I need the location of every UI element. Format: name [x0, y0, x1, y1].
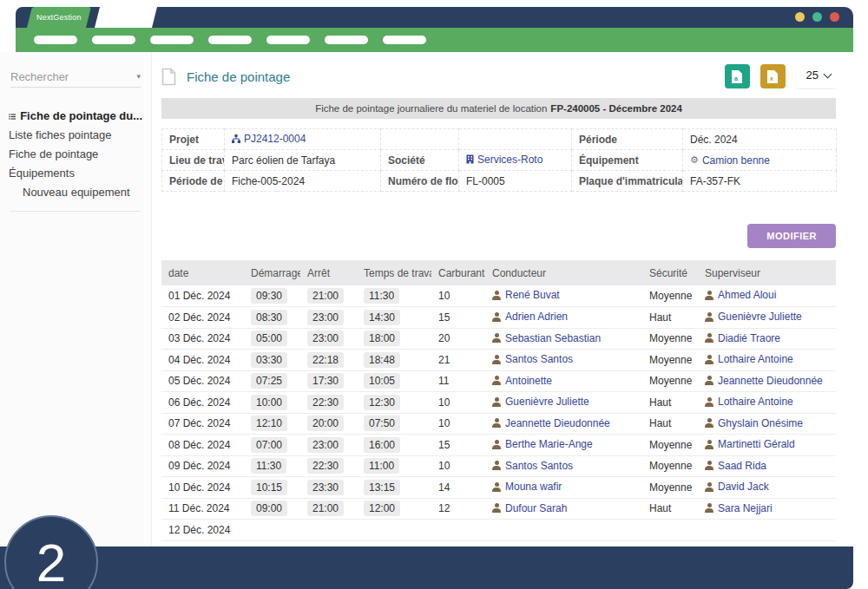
- pdf-file-icon: a: [731, 69, 743, 84]
- search-placeholder: Rechercher: [10, 70, 69, 83]
- person-icon: [705, 333, 713, 343]
- sidebar-divider: [10, 211, 141, 212]
- time-badge: 13:15: [364, 480, 400, 495]
- main-navbar: [16, 28, 853, 52]
- supervisor-link[interactable]: Saad Rida: [705, 460, 766, 472]
- minimize-dot-icon[interactable]: [795, 12, 805, 22]
- nav-pill[interactable]: [92, 36, 135, 44]
- sidebar-item-nouveau-equipement[interactable]: Nouveau equipement: [0, 183, 151, 202]
- person-icon: [705, 376, 713, 385]
- info-label: Période de référence: [162, 171, 225, 192]
- person-icon: [705, 503, 713, 513]
- project-link[interactable]: PJ2412-0004: [232, 133, 306, 145]
- driver-link[interactable]: René Buvat: [492, 289, 560, 301]
- col-header-fuel: Carburant: [431, 260, 485, 285]
- supervisor-link[interactable]: Lothaire Antoine: [705, 353, 793, 365]
- sidebar-item-label: Liste fiches pointage: [9, 128, 112, 141]
- time-badge: 18:48: [364, 352, 400, 368]
- driver-link[interactable]: Mouna wafir: [492, 481, 562, 493]
- info-value: ⚙ Camion benne: [683, 150, 837, 171]
- sidebar: Rechercher ▾ Fiche de pointage du... Lis…: [0, 52, 152, 546]
- supervisor-link[interactable]: David Jack: [705, 481, 769, 493]
- person-icon: [492, 418, 501, 428]
- supervisor-link[interactable]: Diadié Traore: [705, 332, 780, 344]
- person-icon: [492, 291, 501, 300]
- time-badge: 07:50: [364, 416, 400, 431]
- toolbar-right: a x 25: [725, 64, 836, 89]
- person-icon: [492, 355, 501, 364]
- person-icon: [705, 440, 713, 449]
- sidebar-item-fiche-pointage[interactable]: Fiche de pointage: [0, 145, 151, 164]
- driver-link[interactable]: Adrien Adrien: [492, 311, 568, 323]
- time-badge: 05:00: [251, 330, 287, 346]
- info-row: Projet PJ2412-0004: [162, 129, 837, 150]
- maximize-dot-icon[interactable]: [812, 12, 822, 22]
- page-size-select[interactable]: 25: [796, 64, 836, 89]
- time-badge: 22:18: [307, 352, 344, 368]
- table-row: 05 Déc. 2024 07:25 17:30 10:05 11 Antoin…: [161, 370, 836, 392]
- nav-pill[interactable]: [383, 36, 426, 44]
- driver-link[interactable]: Guenièvre Juliette: [492, 396, 589, 408]
- time-badge: 22:30: [307, 458, 344, 474]
- equipment-link[interactable]: ⚙ Camion benne: [690, 154, 770, 167]
- time-badge: 20:00: [307, 416, 344, 431]
- info-row: Lieu de travail Parc éolien de Tarfaya S…: [162, 150, 837, 171]
- modifier-button[interactable]: MODIFIER: [747, 224, 836, 248]
- supervisor-link[interactable]: Lothaire Antoine: [705, 396, 793, 408]
- info-value: Parc éolien de Tarfaya: [225, 150, 381, 171]
- close-dot-icon[interactable]: [830, 12, 839, 22]
- info-value: [459, 129, 572, 150]
- info-label: Société: [381, 150, 459, 171]
- supervisor-link[interactable]: Guenièvre Juliette: [705, 311, 802, 323]
- driver-link[interactable]: Jeannette Dieudonnée: [492, 417, 610, 429]
- person-icon: [492, 440, 501, 449]
- time-badge: 16:00: [364, 437, 400, 453]
- supervisor-link[interactable]: Martinetti Gérald: [705, 438, 795, 450]
- gear-icon: ⚙: [690, 154, 699, 166]
- supervisor-link[interactable]: Ahmed Aloui: [705, 289, 776, 301]
- time-badge: 07:25: [251, 373, 287, 389]
- info-value: FL-0005: [459, 171, 572, 192]
- search-select[interactable]: Rechercher ▾: [10, 66, 141, 88]
- table-row: 10 Déc. 2024 10:15 23:30 13:15 14 Mouna …: [161, 477, 836, 499]
- nav-pill[interactable]: [150, 36, 194, 44]
- footer-bar: [0, 546, 853, 589]
- col-header-supervisor: Superviseur: [698, 260, 836, 285]
- nav-pill[interactable]: [325, 36, 368, 44]
- brand-label: NextGestion: [36, 13, 82, 22]
- export-excel-button[interactable]: x: [760, 64, 786, 88]
- driver-link[interactable]: Berthe Marie-Ange: [492, 438, 593, 450]
- driver-link[interactable]: Dufour Sarah: [492, 502, 567, 514]
- driver-link[interactable]: Antoinette: [492, 375, 552, 387]
- export-pdf-button[interactable]: a: [725, 64, 750, 88]
- driver-link[interactable]: Santos Santos: [492, 460, 573, 472]
- nav-pill[interactable]: [34, 36, 77, 44]
- sidebar-item-liste-fiches[interactable]: Liste fiches pointage: [0, 126, 151, 145]
- sidebar-item-label: Nouveau equipement: [23, 186, 130, 199]
- sidebar-item-fiche-du-jour[interactable]: Fiche de pointage du...: [0, 107, 151, 126]
- nav-pill[interactable]: [266, 36, 310, 44]
- table-row: 03 Déc. 2024 05:00 23:00 18:00 20 Sebast…: [161, 328, 836, 350]
- info-label: Projet: [162, 129, 225, 150]
- info-table: Projet PJ2412-0004: [161, 128, 836, 192]
- brand-tab[interactable]: NextGestion: [27, 7, 91, 28]
- sidebar-item-equipements[interactable]: Équipements: [0, 164, 151, 183]
- supervisor-link[interactable]: Ghyslain Onésime: [705, 417, 803, 429]
- table-row: 12 Déc. 2024: [161, 520, 836, 541]
- driver-link[interactable]: Santos Santos: [492, 353, 573, 365]
- chevron-down-icon: ▾: [136, 72, 141, 81]
- info-value: Fiche-005-2024: [225, 171, 381, 192]
- supervisor-link[interactable]: Jeannette Dieudonnée: [705, 375, 823, 387]
- col-header-stop: Arrêt: [300, 260, 357, 285]
- nav-pill[interactable]: [208, 36, 252, 44]
- table-row: 02 Déc. 2024 08:30 23:00 14:30 15 Adrien…: [161, 307, 836, 329]
- company-link[interactable]: Services-Roto: [466, 154, 542, 166]
- time-badge: 10:05: [364, 373, 400, 389]
- driver-link[interactable]: Sebastian Sebastian: [492, 332, 601, 344]
- table-row: 04 Déc. 2024 03:30 22:18 18:48 21 Santos…: [161, 350, 836, 371]
- supervisor-link[interactable]: Sara Nejjari: [705, 502, 773, 514]
- info-row: Période de référence Fiche-005-2024 Numé…: [162, 171, 837, 192]
- building-icon: [466, 154, 474, 164]
- table-row: 06 Déc. 2024 10:00 22:30 12:30 10 Gueniè…: [161, 392, 836, 414]
- col-header-security: Sécurité: [642, 260, 698, 285]
